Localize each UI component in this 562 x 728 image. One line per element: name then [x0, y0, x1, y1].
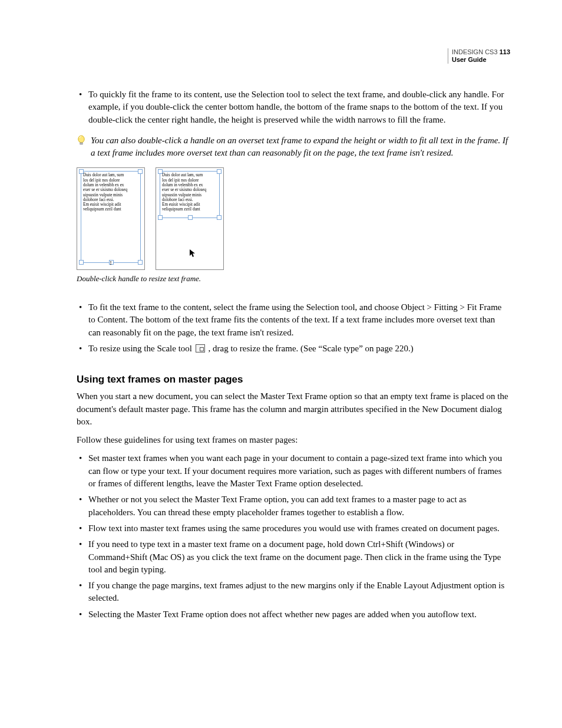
- product-name: INDESIGN CS3: [452, 48, 498, 55]
- bullet-text: If you need to type text in a master tex…: [88, 539, 501, 574]
- list-item: To fit the text frame to the content, se…: [77, 301, 509, 339]
- bullet-text-pre: To resize using the Scale tool: [88, 344, 194, 353]
- section-heading: Using text frames on master pages: [77, 373, 509, 387]
- bullet-text-post: , drag to resize the frame. (See “Scale …: [206, 344, 414, 353]
- resize-arrow-icon: ↕: [109, 259, 113, 266]
- bullet-list-middle: To fit the text frame to the content, se…: [77, 301, 509, 355]
- bullet-text: Whether or not you select the Master Tex…: [88, 495, 467, 516]
- scale-tool-icon: [196, 344, 205, 353]
- bullet-text: Set master text frames when you want eac…: [88, 453, 502, 488]
- lorem-text: Duis dolor aut lam, sum los del ipit nos…: [162, 173, 217, 212]
- bullet-list-section: Set master text frames when you want eac…: [77, 452, 509, 621]
- list-item: To quickly fit the frame to its content,…: [77, 88, 509, 126]
- list-item: Whether or not you select the Master Tex…: [77, 493, 509, 519]
- bullet-text: To fit the text frame to the content, se…: [88, 302, 502, 337]
- bullet-text: Flow text into master text frames using …: [88, 523, 500, 533]
- guide-label: User Guide: [452, 56, 487, 63]
- figure-frame-before: Duis dolor aut lam, sum los del ipit nos…: [77, 167, 145, 270]
- list-item: Set master text frames when you want eac…: [77, 452, 509, 490]
- cursor-icon: [189, 249, 196, 262]
- tip-text: You can also double-click a handle on an…: [91, 134, 509, 160]
- page-number: 113: [500, 48, 510, 55]
- list-item: If you need to type text in a master tex…: [77, 538, 509, 576]
- section-intro-2: Follow these guidelines for using text f…: [77, 434, 509, 446]
- list-item: Selecting the Master Text Frame option d…: [77, 608, 509, 621]
- bullet-text: If you change the page margins, text fra…: [88, 581, 504, 602]
- bullet-text: To quickly fit the frame to its content,…: [88, 90, 504, 124]
- figure: Duis dolor aut lam, sum los del ipit nos…: [77, 167, 509, 270]
- bullet-list-top: To quickly fit the frame to its content,…: [77, 88, 509, 126]
- bullet-text: Selecting the Master Text Frame option d…: [88, 610, 477, 619]
- figure-frame-after: Duis dolor aut lam, sum los del ipit nos…: [156, 167, 224, 270]
- list-item: If you change the page margins, text fra…: [77, 579, 509, 605]
- running-header: INDESIGN CS3 113 User Guide: [448, 48, 510, 64]
- lorem-text: Duis dolor aut lam, sum los del ipit nos…: [83, 173, 138, 212]
- list-item: To resize using the Scale tool , drag to…: [77, 342, 509, 355]
- figure-caption: Double-click handle to resize text frame…: [77, 274, 509, 284]
- svg-point-0: [78, 136, 84, 143]
- svg-rect-1: [80, 143, 82, 144]
- section-intro: When you start a new document, you can s…: [77, 390, 509, 428]
- list-item: Flow text into master text frames using …: [77, 522, 509, 535]
- lightbulb-icon: [77, 135, 86, 150]
- tip-callout: You can also double-click a handle on an…: [77, 134, 509, 160]
